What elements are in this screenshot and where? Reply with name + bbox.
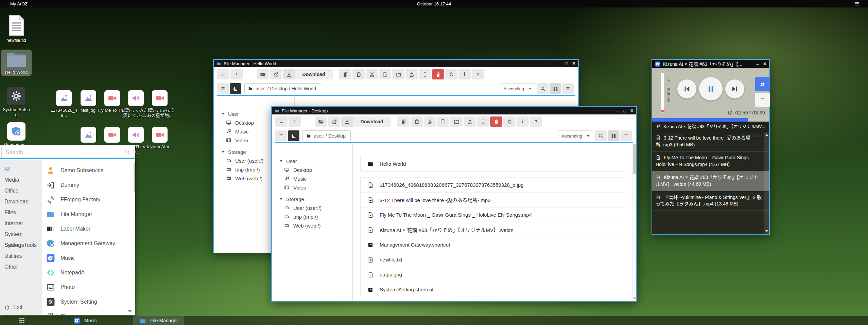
download-button[interactable]: Download bbox=[341, 116, 391, 127]
next-track-button[interactable] bbox=[725, 79, 744, 98]
info-button[interactable] bbox=[517, 116, 529, 127]
app-item[interactable]: Timer bbox=[42, 309, 135, 315]
new-file-button[interactable] bbox=[379, 69, 391, 79]
theme-toggle-button[interactable] bbox=[288, 130, 299, 141]
file-row[interactable]: Fly Me To The Moon _ Gawr Gura Sings _ H… bbox=[361, 207, 626, 222]
theme-toggle-button[interactable] bbox=[230, 83, 241, 94]
file-row[interactable]: 117346026_4968186883206677_3276783073763… bbox=[361, 177, 626, 192]
menu-toggle-button[interactable] bbox=[275, 130, 287, 141]
menu-toggle-button[interactable] bbox=[217, 83, 229, 94]
app-item[interactable]: Management Gateway bbox=[42, 236, 135, 251]
playlist-scrollbar[interactable] bbox=[764, 132, 769, 234]
new-folder-button[interactable] bbox=[450, 116, 463, 127]
sidebar-item[interactable]: Storage bbox=[272, 195, 352, 203]
download-button[interactable]: Download bbox=[283, 69, 333, 79]
playlist-item[interactable]: Fly Me To The Moon _ Gawr Gura Sings _ H… bbox=[652, 151, 769, 171]
queue-button[interactable] bbox=[755, 93, 770, 107]
desktop-icon[interactable]: Manageme... bbox=[1, 121, 32, 148]
minimize-button[interactable]: – bbox=[617, 109, 619, 113]
folder-row[interactable]: Hello World bbox=[361, 156, 626, 171]
back-button[interactable] bbox=[217, 69, 229, 79]
new-folder-button[interactable] bbox=[392, 69, 404, 79]
app-item[interactable]: Label Maker bbox=[42, 221, 135, 236]
category-item[interactable]: Internet bbox=[0, 218, 42, 229]
help-button[interactable] bbox=[472, 69, 484, 79]
search-button[interactable] bbox=[537, 83, 549, 94]
upload-button[interactable] bbox=[464, 116, 476, 127]
playlist-item[interactable]: Kizuna AI × 花譜 #63「かりそめ」【オリジナルMV】.webm (… bbox=[652, 171, 769, 191]
sort-dropdown[interactable]: Ascending bbox=[500, 83, 535, 94]
desktop-icon[interactable]: System Setting bbox=[1, 86, 32, 119]
cut-button[interactable] bbox=[366, 69, 378, 79]
pause-button[interactable] bbox=[699, 77, 723, 101]
delete-button[interactable] bbox=[432, 69, 444, 79]
taskbar-item[interactable]: Music bbox=[67, 316, 103, 325]
sort-dropdown[interactable]: Ascending bbox=[558, 130, 593, 141]
category-item[interactable]: Office bbox=[0, 185, 42, 196]
sidebar-item[interactable]: User bbox=[272, 157, 352, 165]
copy-button[interactable] bbox=[397, 116, 410, 127]
close-button[interactable]: × bbox=[630, 108, 633, 113]
paste-button[interactable] bbox=[411, 116, 423, 127]
exit-button[interactable]: Exit bbox=[4, 304, 22, 310]
app-item[interactable]: Photo bbox=[42, 280, 135, 294]
category-item[interactable]: System Settings bbox=[0, 229, 42, 240]
file-row[interactable]: output.jpg bbox=[361, 267, 626, 282]
titlebar[interactable]: File Manager - Desktop – □ × bbox=[272, 107, 636, 114]
help-button[interactable] bbox=[530, 116, 542, 127]
taskbar-item[interactable]: File Manager bbox=[133, 316, 184, 325]
scrollbar-thumb[interactable] bbox=[633, 144, 636, 174]
refresh-button[interactable] bbox=[445, 69, 457, 79]
playlist-item[interactable]: 3-12 There will be love there -愛のある場所-.m… bbox=[652, 132, 769, 151]
file-row[interactable]: 3-12 There will be love there -愛のある場所-.m… bbox=[361, 192, 626, 207]
desktop-icon[interactable]: Hello World bbox=[1, 50, 32, 76]
back-button[interactable] bbox=[275, 116, 288, 127]
sidebar-item[interactable]: tmp (tmp:/) bbox=[272, 212, 352, 221]
open-button[interactable] bbox=[315, 116, 327, 127]
app-item[interactable]: Music bbox=[42, 251, 135, 265]
sidebar-item[interactable]: Music bbox=[272, 174, 352, 183]
refresh-button[interactable] bbox=[503, 116, 516, 127]
breadcrumb[interactable]: user: / Desktop / Hello World bbox=[244, 83, 321, 94]
titlebar[interactable]: Kizuna AI × 花譜 #63「かりそめ」【... – × bbox=[652, 60, 769, 68]
app-item[interactable]: File Manager bbox=[42, 207, 135, 221]
previous-track-button[interactable] bbox=[677, 79, 696, 98]
clock[interactable]: October 16 17:44 bbox=[417, 1, 451, 6]
sidebar-item[interactable]: User (user:/) bbox=[272, 203, 352, 212]
category-item[interactable]: Download bbox=[0, 196, 42, 207]
open-button[interactable] bbox=[257, 69, 269, 79]
delete-button[interactable] bbox=[490, 116, 502, 127]
scroll-down-icon[interactable] bbox=[765, 230, 768, 232]
search-input[interactable] bbox=[1, 147, 134, 158]
new-file-button[interactable] bbox=[437, 116, 449, 127]
up-button[interactable] bbox=[230, 69, 243, 79]
cut-button[interactable] bbox=[424, 116, 436, 127]
sidebar-item[interactable]: Video bbox=[272, 183, 352, 192]
info-button[interactable] bbox=[458, 69, 471, 79]
volume-down-button[interactable]: − bbox=[667, 104, 671, 111]
rename-button[interactable] bbox=[477, 116, 489, 127]
app-list-scrollbar[interactable] bbox=[134, 162, 135, 192]
desktop-icon[interactable]: newfile.txt bbox=[1, 14, 32, 44]
view-grid-button[interactable] bbox=[550, 83, 561, 94]
open-in-new-button[interactable] bbox=[270, 69, 282, 79]
file-row[interactable]: Management Gateway.shortcut bbox=[361, 237, 626, 252]
app-item[interactable]: NotepadA bbox=[42, 265, 135, 280]
maximize-button[interactable]: □ bbox=[565, 61, 568, 66]
breadcrumb[interactable]: user: / Desktop bbox=[302, 130, 351, 141]
copy-button[interactable] bbox=[339, 69, 351, 79]
category-item[interactable]: Media bbox=[0, 175, 42, 185]
volume-handle[interactable] bbox=[661, 110, 664, 112]
category-item[interactable]: System Tools bbox=[0, 240, 42, 251]
app-item[interactable]: Dummy bbox=[42, 178, 135, 192]
progress-bar[interactable] bbox=[652, 118, 769, 122]
category-item[interactable]: Files bbox=[0, 207, 42, 218]
scroll-more-icon[interactable] bbox=[128, 310, 132, 312]
category-item[interactable]: Utilities bbox=[0, 251, 42, 261]
maximize-button[interactable]: □ bbox=[623, 109, 626, 113]
file-row[interactable]: newfile.txt bbox=[361, 252, 626, 267]
app-item[interactable]: FFmpeg Factory bbox=[42, 192, 135, 207]
desktop-icon[interactable]: 【歌ってみた】あの星が飽... bbox=[144, 89, 175, 119]
file-row[interactable]: Kizuna AI × 花譜 #63「かりそめ」【オリジナルMV】.webm bbox=[361, 222, 626, 237]
minimize-button[interactable]: – bbox=[756, 62, 759, 66]
